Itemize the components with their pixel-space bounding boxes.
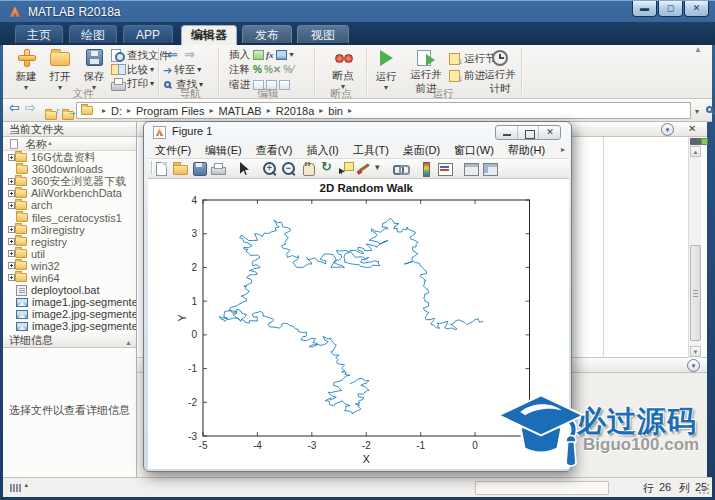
forward-arrow-icon[interactable]: ⇒: [184, 49, 195, 61]
tab-APP[interactable]: APP: [123, 25, 173, 43]
name-column-header[interactable]: 名称 ▲: [3, 137, 136, 151]
hide-plot-tools-icon[interactable]: [462, 160, 481, 177]
file-item[interactable]: files_ceratocystis1: [3, 211, 136, 223]
expand-icon[interactable]: [8, 202, 15, 209]
figure-close-button[interactable]: [539, 126, 560, 139]
browse-folder-icon[interactable]: [62, 106, 77, 121]
file-item[interactable]: 16G优盘资料: [3, 151, 136, 163]
breadcrumb-segment[interactable]: D:: [111, 105, 122, 117]
expand-icon[interactable]: [8, 226, 15, 233]
scroll-up-icon[interactable]: ▲: [690, 146, 701, 157]
run-and-time-button[interactable]: 运行并 计时: [481, 48, 519, 96]
comment-block-icon[interactable]: %⁄: [283, 65, 294, 75]
insert-colorbar-icon[interactable]: [417, 160, 436, 177]
link-plot-icon[interactable]: [391, 160, 410, 177]
tab-视图[interactable]: 视图: [297, 25, 349, 43]
file-item[interactable]: image3.jpg-segmente...: [3, 320, 136, 332]
breadcrumb[interactable]: ▸D:▸Program Files▸MATLAB▸R2018a▸bin▸: [76, 102, 691, 119]
new-script-button[interactable]: 新建▾: [9, 48, 43, 91]
tab-主页[interactable]: 主页: [15, 25, 63, 43]
address-dropdown-icon[interactable]: ▾: [695, 107, 699, 116]
statusbar-left-icon[interactable]: [10, 483, 26, 493]
zoom-out-icon[interactable]: [280, 160, 299, 177]
data-cursor-icon[interactable]: [337, 160, 356, 177]
details-header[interactable]: 详细信息 ▲: [3, 333, 136, 348]
figure-menu-W[interactable]: 窗口(W): [447, 143, 501, 158]
figure-menu-V[interactable]: 查看(V): [249, 143, 300, 158]
new-figure-icon[interactable]: [152, 160, 171, 177]
insert-legend-icon[interactable]: [436, 160, 455, 177]
expand-icon[interactable]: [8, 178, 15, 185]
goto-button[interactable]: ➔ 转至▾: [163, 63, 201, 76]
back-arrow-icon[interactable]: ⇐: [167, 49, 178, 61]
folder-up-icon[interactable]: [45, 106, 60, 121]
breakpoints-button[interactable]: 断点▾: [321, 48, 365, 90]
figure-menu-H[interactable]: 帮助(H): [501, 143, 552, 158]
print-figure-icon[interactable]: [209, 160, 228, 177]
expand-icon[interactable]: [8, 238, 15, 245]
save-button[interactable]: 保存▾: [77, 48, 111, 91]
file-item[interactable]: deploytool.bat: [3, 284, 136, 296]
open-button[interactable]: 打开▾: [43, 48, 77, 91]
file-item[interactable]: win64: [3, 272, 136, 284]
file-item[interactable]: AliWorkbenchData: [3, 187, 136, 199]
file-item[interactable]: registry: [3, 236, 136, 248]
file-item[interactable]: m3iregistry: [3, 224, 136, 236]
file-item[interactable]: image1.jpg-segmente...: [3, 296, 136, 308]
resize-grip[interactable]: [700, 485, 709, 494]
file-item[interactable]: 360安全浏览器下载: [3, 175, 136, 187]
expand-icon[interactable]: [8, 274, 15, 281]
address-forward-icon[interactable]: ⇨: [25, 102, 40, 117]
expand-icon[interactable]: [8, 154, 15, 161]
edit-plot-icon[interactable]: [235, 160, 254, 177]
lower-panel-menu-icon[interactable]: ▾: [687, 359, 700, 372]
rotate-3d-icon[interactable]: [318, 160, 337, 177]
expand-icon[interactable]: [8, 190, 15, 197]
expand-icon[interactable]: [8, 262, 15, 269]
expand-icon[interactable]: [8, 250, 15, 257]
figure-menu-E[interactable]: 编辑(E): [198, 143, 249, 158]
brush-dropdown-icon[interactable]: [375, 160, 384, 177]
breadcrumb-segment[interactable]: MATLAB: [219, 105, 262, 117]
tab-编辑器[interactable]: 编辑器: [181, 25, 237, 45]
address-search-icon[interactable]: [706, 106, 713, 113]
compare-button[interactable]: 比较▾: [111, 63, 154, 76]
scrollbar-thumb[interactable]: [690, 245, 701, 341]
collapse-ribbon-icon[interactable]: ▲: [694, 45, 702, 54]
tab-绘图[interactable]: 绘图: [69, 25, 117, 43]
show-plot-tools-icon[interactable]: [481, 160, 500, 177]
navigate-arrows[interactable]: ⇐ ⇒: [167, 48, 195, 61]
brush-icon[interactable]: [356, 160, 375, 177]
figure-minimize-button[interactable]: [496, 126, 518, 139]
file-item[interactable]: arch: [3, 199, 136, 211]
comment-icon[interactable]: %: [253, 65, 262, 75]
insert-section-icon[interactable]: [253, 50, 264, 60]
insert-row[interactable]: 插入 fx ▾: [227, 48, 294, 61]
file-item[interactable]: win32: [3, 260, 136, 272]
find-files-button[interactable]: 查找文件: [111, 49, 171, 62]
open-file-icon[interactable]: [171, 160, 190, 177]
file-item[interactable]: image2.jpg-segmente...: [3, 308, 136, 320]
figure-menu-T[interactable]: 工具(T): [346, 143, 396, 158]
comment-row[interactable]: 注释 % %✕ %⁄: [227, 63, 295, 76]
insert-function-icon[interactable]: fx: [266, 50, 274, 60]
run-button[interactable]: 运行▾: [369, 48, 403, 91]
address-back-icon[interactable]: ⇦: [9, 102, 24, 117]
file-item[interactable]: util: [3, 248, 136, 260]
tab-发布[interactable]: 发布: [242, 25, 292, 43]
figure-menu-I[interactable]: 插入(I): [299, 143, 345, 158]
figure-menu-overflow-icon[interactable]: ▸: [561, 145, 565, 154]
figure-menu-D[interactable]: 桌面(D): [396, 143, 447, 158]
pan-icon[interactable]: [299, 160, 318, 177]
save-figure-icon[interactable]: [190, 160, 209, 177]
zoom-in-icon[interactable]: [261, 160, 280, 177]
breadcrumb-segment[interactable]: bin: [328, 105, 343, 117]
editor-menu-icon[interactable]: ▾: [661, 123, 674, 136]
figure-restore-button[interactable]: [518, 126, 540, 139]
close-button[interactable]: ✕: [684, 1, 709, 17]
editor-scrollbar[interactable]: ▲ ▼: [688, 137, 701, 358]
breadcrumb-segment[interactable]: R2018a: [276, 105, 315, 117]
editor-close-icon[interactable]: ✕: [688, 123, 696, 134]
breadcrumb-segment[interactable]: Program Files: [136, 105, 204, 117]
scroll-down-icon[interactable]: ▼: [690, 346, 701, 357]
